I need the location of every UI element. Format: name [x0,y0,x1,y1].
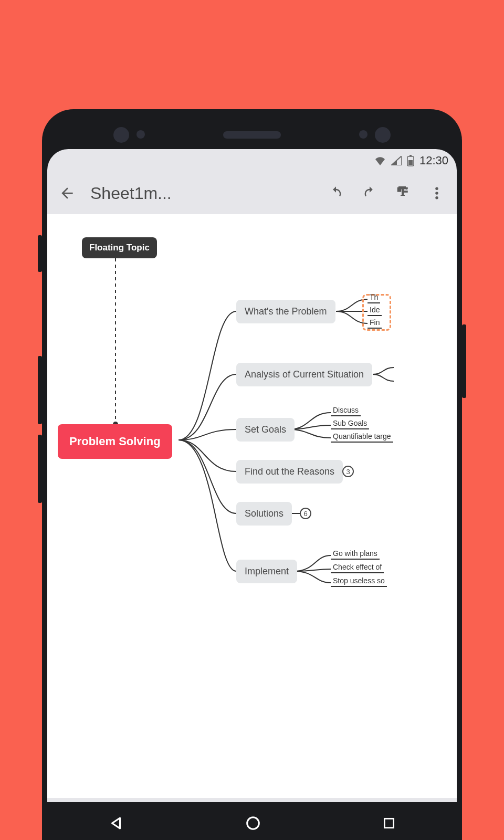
branch-node[interactable]: Solutions [236,502,292,526]
collapse-badge[interactable]: 6 [300,508,311,519]
svg-rect-2 [408,160,413,165]
branch-node[interactable]: Find out the Reasons [236,460,343,484]
svg-point-18 [247,817,259,830]
undo-button[interactable] [321,178,351,208]
wifi-icon [374,156,386,165]
leaf-node[interactable]: Th [368,292,380,303]
leaf-node[interactable]: Sub Goals [331,418,369,429]
floating-topic-node[interactable]: Floating Topic [82,237,157,258]
status-time: 12:30 [419,154,448,167]
leaf-node[interactable]: Quantifiable targe [331,431,393,443]
format-button[interactable] [388,178,418,208]
nav-recent-button[interactable] [382,816,396,830]
nav-home-button[interactable] [245,815,261,831]
app-toolbar: Sheet1m... [47,172,457,214]
root-node[interactable]: Problem Solving [58,424,172,459]
battery-icon [407,155,414,166]
leaf-node[interactable]: Stop useless so [331,575,387,587]
mindmap-canvas[interactable]: Floating Topic Problem Solving What's th… [47,214,457,798]
branch-node[interactable]: Analysis of Current Situation [236,363,372,386]
branch-node[interactable]: Set Goals [236,418,295,442]
signal-icon [391,156,402,165]
leaf-node[interactable]: Check effect of [331,562,384,573]
collapse-badge[interactable]: 3 [342,466,354,477]
redo-button[interactable] [355,178,384,208]
svg-rect-19 [385,818,394,827]
sheet-title[interactable]: Sheet1m... [90,184,317,203]
leaf-node[interactable]: Go with plans [331,548,380,560]
status-bar: 12:30 [47,149,457,172]
leaf-node[interactable]: Discuss [331,405,361,416]
branch-node[interactable]: What's the Problem [236,300,335,323]
svg-rect-1 [410,155,412,156]
svg-point-4 [435,192,438,195]
branch-node[interactable]: Implement [236,560,297,583]
more-button[interactable] [422,178,452,208]
leaf-node[interactable]: Ide [368,304,382,316]
nav-back-button[interactable] [108,815,124,831]
svg-point-5 [435,196,438,200]
android-nav-bar [47,802,457,840]
leaf-node[interactable]: Fin [368,317,382,329]
back-button[interactable] [52,178,82,208]
svg-point-3 [435,187,438,191]
